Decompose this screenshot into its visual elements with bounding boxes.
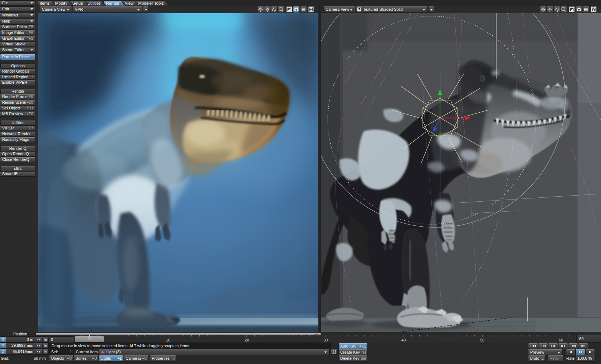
svg-text:Items: Items bbox=[40, 1, 50, 5]
svg-text:View: View bbox=[125, 1, 134, 5]
svg-text:60: 60 bbox=[559, 338, 563, 342]
svg-text:Setup: Setup bbox=[72, 1, 83, 5]
svg-text:Modify: Modify bbox=[55, 1, 67, 5]
svg-text:30: 30 bbox=[323, 338, 328, 342]
svg-text:20: 20 bbox=[245, 338, 249, 342]
svg-text:Render: Render bbox=[106, 1, 119, 5]
svg-text:10: 10 bbox=[166, 338, 170, 342]
svg-text:40: 40 bbox=[401, 338, 406, 342]
svg-text:Modeler Tools: Modeler Tools bbox=[138, 1, 164, 5]
svg-text:Utilities: Utilities bbox=[87, 1, 101, 5]
svg-text:50: 50 bbox=[480, 338, 484, 342]
